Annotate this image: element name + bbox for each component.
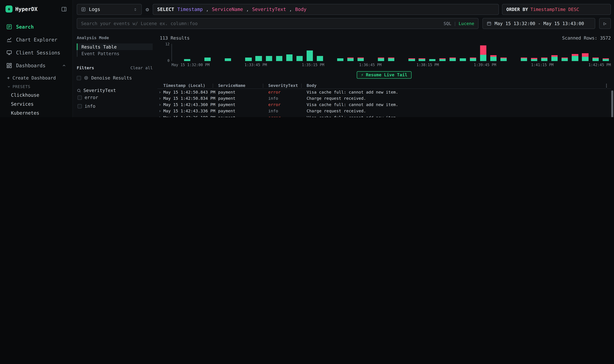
cell-body: Charge request received. (307, 109, 611, 113)
x-axis-label: 1:38:15 PM (417, 63, 439, 67)
sidebar-item-label: Chart Explorer (16, 37, 57, 43)
row-expand-chevron[interactable]: › (157, 115, 163, 117)
column-header-timestamp[interactable]: Timestamp (Local) ⋮ (163, 83, 218, 87)
filter-group-name[interactable]: SeverityText (83, 88, 116, 93)
log-row[interactable]: ›May 15 1:42:50.843 PMpaymenterrorVisa c… (157, 89, 611, 95)
table-options-icon[interactable]: ⋮ (604, 83, 611, 87)
language-toggle: SQL | Lucene (444, 21, 474, 26)
histogram-bar[interactable] (572, 54, 578, 61)
preset-kubernetes[interactable]: Kubernetes (0, 108, 72, 117)
log-row[interactable]: ›May 15 1:42:36.188 PMpaymenterrorVisa c… (157, 114, 611, 117)
run-query-button[interactable]: ▷ (599, 18, 611, 29)
create-dashboard-button[interactable]: + Create Dashboard (0, 73, 72, 83)
histogram-bucket (570, 44, 580, 61)
sidebar-item-client-sessions[interactable]: Client Sessions (0, 46, 72, 59)
histogram-bar[interactable] (531, 58, 537, 61)
resume-live-tail-button[interactable]: ⚡ Resume Live Tail (357, 71, 412, 78)
x-axis-label: 1:41:15 PM (531, 63, 554, 67)
sidebar-collapse-icon[interactable] (61, 6, 67, 12)
histogram-bar[interactable] (408, 58, 415, 61)
presets-toggle[interactable]: PRESETS (0, 83, 72, 91)
filter-option-info[interactable]: info (77, 102, 153, 110)
histogram-bar[interactable] (419, 58, 425, 61)
chevron-up-icon[interactable] (62, 63, 66, 68)
histogram-bar[interactable] (459, 58, 466, 61)
histogram-bar[interactable] (357, 57, 364, 61)
column-resize-handle[interactable]: ⋮ (299, 83, 307, 87)
histogram-bar[interactable] (245, 57, 252, 61)
histogram-bar[interactable] (480, 45, 486, 61)
clear-all-button[interactable]: Clear all (131, 65, 153, 70)
histogram-bar[interactable] (225, 58, 231, 61)
column-header-servicename[interactable]: ServiceName ⋮ (218, 83, 268, 87)
source-select[interactable]: Logs (77, 4, 142, 15)
row-expand-chevron[interactable]: › (157, 108, 163, 114)
select-clause-input[interactable]: SELECT Timestamp, ServiceName, SeverityT… (153, 4, 499, 15)
preset-clickhouse[interactable]: Clickhouse (0, 91, 72, 99)
histogram-bucket (427, 44, 437, 61)
search-input[interactable] (81, 21, 440, 26)
sidebar-item-dashboards[interactable]: Dashboards (0, 59, 72, 72)
histogram-bar[interactable] (255, 56, 262, 61)
mode-event-patterns[interactable]: Event Patterns (77, 50, 153, 57)
sql-token: Timestamp (177, 7, 203, 12)
histogram-bar[interactable] (562, 57, 568, 61)
histogram-bar[interactable] (317, 56, 323, 61)
scrollbar-thumb[interactable] (611, 91, 613, 117)
filter-option-label: info (85, 103, 95, 109)
mode-results-table[interactable]: Results Table (77, 43, 153, 50)
histogram-bar[interactable] (439, 58, 445, 61)
column-resize-handle[interactable]: ⋮ (261, 83, 268, 87)
column-header-severitytext[interactable]: SeverityText ⋮ (268, 83, 307, 87)
histogram-bar[interactable] (602, 58, 609, 61)
date-range-picker[interactable]: May 15 13:32:00 - May 15 13:43:00 (483, 18, 595, 29)
calendar-icon (487, 21, 491, 26)
row-expand-chevron[interactable]: › (157, 96, 163, 101)
info-checkbox[interactable] (78, 104, 82, 108)
histogram-bar[interactable] (551, 55, 558, 61)
bar-segment-ok (521, 58, 527, 61)
order-by-input[interactable]: ORDER BY TimestampTime DESC (502, 4, 611, 15)
histogram-bar[interactable] (521, 57, 527, 61)
histogram-bar[interactable] (276, 56, 282, 61)
lucene-toggle[interactable]: Lucene (459, 21, 474, 26)
hyperdx-logo[interactable]: HyperDX (6, 6, 38, 13)
histogram-bar[interactable] (592, 57, 599, 61)
histogram-bar[interactable] (184, 59, 190, 61)
histogram-bar[interactable] (500, 57, 507, 61)
histogram-bar[interactable] (337, 58, 343, 61)
histogram-bar[interactable] (286, 54, 292, 61)
cell-timestamp: May 15 1:42:43.360 PM (163, 102, 218, 107)
histogram-bar[interactable] (204, 57, 211, 61)
row-expand-chevron[interactable]: › (157, 90, 163, 94)
histogram-bar[interactable] (388, 57, 394, 61)
log-row[interactable]: ›May 15 1:42:43.336 PMpaymentinfoCharge … (157, 108, 611, 114)
histogram-bar[interactable] (306, 50, 313, 61)
histogram-bar[interactable] (449, 57, 456, 61)
histogram-bar[interactable] (266, 56, 272, 61)
sidebar-item-chart-explorer[interactable]: Chart Explorer (0, 33, 72, 46)
column-header-body[interactable]: Body ⋮ (307, 83, 611, 87)
histogram-bucket (529, 44, 539, 61)
filter-option-error[interactable]: error (77, 93, 153, 102)
row-expand-chevron[interactable]: › (157, 102, 163, 107)
histogram-bar[interactable] (347, 57, 354, 61)
log-row[interactable]: ›May 15 1:42:43.360 PMpaymenterrorVisa c… (157, 102, 611, 108)
column-resize-handle[interactable]: ⋮ (211, 83, 218, 87)
histogram-bar[interactable] (378, 57, 384, 61)
sidebar-item-search[interactable]: Search (0, 20, 72, 33)
sql-toggle[interactable]: SQL (444, 21, 451, 26)
histogram-bar[interactable] (429, 59, 435, 61)
histogram-bar[interactable] (541, 57, 548, 61)
log-row[interactable]: ›May 15 1:42:50.834 PMpaymentinfoCharge … (157, 95, 611, 102)
histogram-bar[interactable] (490, 55, 496, 61)
preset-services[interactable]: Services (0, 99, 72, 108)
denoise-checkbox[interactable] (77, 76, 81, 80)
error-checkbox[interactable] (78, 95, 82, 100)
x-axis-label: 1:39:45 PM (474, 63, 496, 67)
denoise-results-option[interactable]: Denoise Results (77, 75, 153, 81)
histogram-bar[interactable] (470, 57, 476, 61)
histogram-bar[interactable] (582, 53, 588, 61)
histogram-bar[interactable] (296, 56, 303, 61)
source-settings-gear-icon[interactable]: ⚙ (145, 6, 150, 13)
